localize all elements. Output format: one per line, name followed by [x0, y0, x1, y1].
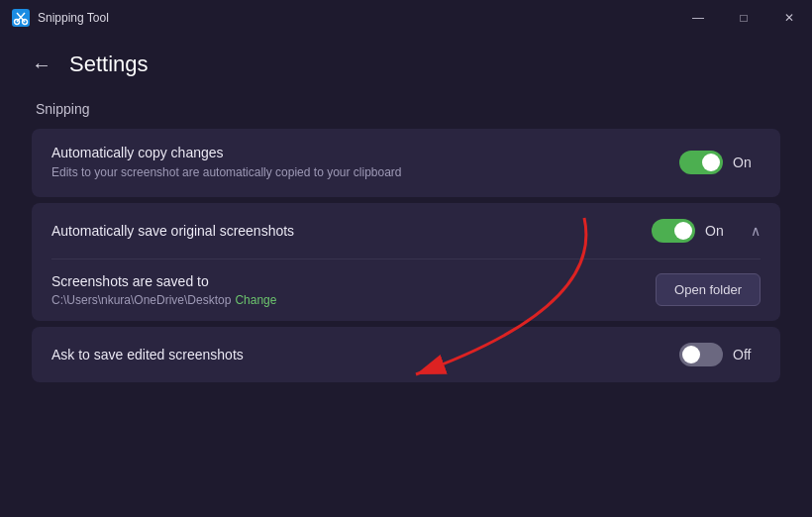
auto-copy-toggle[interactable]: [679, 151, 723, 174]
save-location-row: Screenshots are saved to C:\Users\nkura\…: [32, 259, 780, 321]
settings-header: ← Settings: [32, 52, 780, 77]
close-button[interactable]: ✕: [766, 0, 812, 36]
section-label-snipping: Snipping: [36, 101, 780, 117]
open-folder-button[interactable]: Open folder: [656, 273, 761, 306]
auto-save-toggle-label: On: [705, 223, 733, 239]
main-content: ← Settings Snipping Automatically copy c…: [0, 36, 812, 404]
save-location-path: C:\Users\nkura\OneDrive\Desktop: [51, 293, 231, 307]
maximize-button[interactable]: □: [721, 0, 766, 36]
titlebar-controls: — □ ✕: [675, 0, 812, 36]
auto-save-toggle[interactable]: [652, 219, 695, 243]
auto-save-chevron: ∧: [751, 223, 761, 239]
auto-copy-row: Automatically copy changes Edits to your…: [32, 129, 780, 197]
ask-save-title: Ask to save edited screenshots: [51, 347, 679, 362]
card-ask-save: Ask to save edited screenshots Off: [32, 327, 780, 382]
app-icon: [12, 9, 30, 27]
card-auto-copy: Automatically copy changes Edits to your…: [32, 129, 780, 197]
auto-copy-title: Automatically copy changes: [51, 145, 679, 160]
auto-copy-toggle-label: On: [733, 155, 761, 170]
ask-save-toggle[interactable]: [679, 343, 723, 366]
save-location-title: Screenshots are saved to: [51, 273, 276, 289]
auto-save-title: Automatically save original screenshots: [51, 223, 652, 239]
titlebar-title: Snipping Tool: [38, 11, 109, 25]
card-auto-save: Automatically save original screenshots …: [32, 203, 780, 321]
titlebar: Snipping Tool — □ ✕: [0, 0, 812, 36]
minimize-button[interactable]: —: [675, 0, 721, 36]
auto-copy-subtitle: Edits to your screenshot are automatical…: [51, 164, 547, 181]
auto-save-row: Automatically save original screenshots …: [32, 203, 780, 258]
ask-save-toggle-label: Off: [733, 347, 761, 362]
back-button[interactable]: ←: [32, 53, 51, 76]
page-title: Settings: [69, 52, 149, 77]
change-link[interactable]: Change: [235, 293, 276, 307]
ask-save-row: Ask to save edited screenshots Off: [32, 327, 780, 382]
